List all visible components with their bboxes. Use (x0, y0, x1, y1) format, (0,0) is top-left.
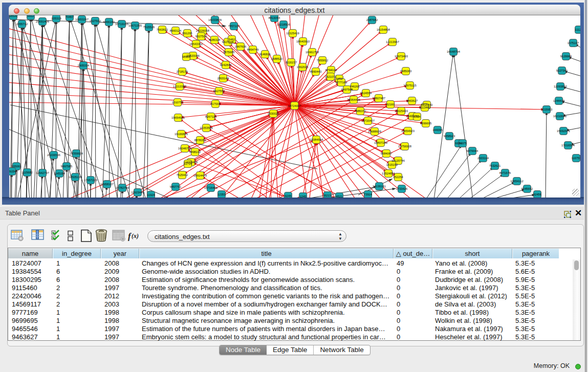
svg-text:16210643: 16210643 (553, 115, 567, 118)
svg-text:9777169: 9777169 (336, 81, 347, 84)
svg-text:8660124: 8660124 (170, 29, 182, 32)
svg-text:8878352: 8878352 (194, 139, 206, 142)
svg-text:16543362: 16543362 (189, 42, 203, 46)
svg-text:9245652: 9245652 (521, 187, 533, 190)
svg-text:3624554: 3624554 (360, 92, 372, 95)
svg-text:70467: 70467 (66, 15, 74, 18)
svg-text:3215953: 3215953 (541, 108, 553, 111)
svg-text:2055712: 2055712 (16, 23, 28, 26)
svg-text:9912: 9912 (28, 15, 34, 17)
svg-text:7857224: 7857224 (228, 25, 240, 28)
svg-text:1530025: 1530025 (268, 112, 279, 115)
svg-text:(x): (x) (132, 232, 139, 239)
svg-text:98965: 98965 (182, 55, 190, 58)
svg-text:18807249: 18807249 (374, 141, 387, 144)
svg-text:8471676: 8471676 (499, 171, 511, 174)
svg-text:817004: 817004 (210, 102, 221, 105)
svg-text:19654923: 19654923 (401, 129, 415, 133)
svg-text:10025433: 10025433 (395, 110, 408, 113)
svg-text:23226058: 23226058 (196, 29, 209, 32)
svg-text:1588520: 1588520 (271, 57, 283, 60)
svg-text:9245: 9245 (285, 194, 292, 198)
svg-text:18640910: 18640910 (296, 40, 310, 43)
svg-text:9463627: 9463627 (406, 99, 418, 102)
svg-text:116753: 116753 (572, 157, 580, 160)
svg-text:1115682: 1115682 (21, 171, 33, 174)
svg-text:8990443: 8990443 (310, 70, 322, 73)
svg-text:6794028: 6794028 (325, 69, 337, 72)
svg-text:1562615: 1562615 (297, 65, 309, 69)
svg-text:6466160: 6466160 (103, 20, 115, 24)
svg-text:15692971: 15692971 (557, 129, 570, 133)
svg-text:7515526: 7515526 (143, 26, 155, 29)
svg-text:7663822: 7663822 (157, 28, 168, 31)
svg-text:20364436: 20364436 (347, 98, 360, 101)
svg-text:6497568: 6497568 (341, 88, 353, 91)
svg-text:9146821: 9146821 (259, 53, 271, 56)
svg-text:144095: 144095 (432, 128, 442, 132)
svg-text:17957223: 17957223 (84, 179, 97, 182)
svg-text:16782759: 16782759 (116, 186, 129, 189)
svg-text:73914: 73914 (364, 193, 373, 196)
svg-text:8427552: 8427552 (213, 90, 225, 93)
svg-text:9684067: 9684067 (381, 152, 393, 155)
svg-text:1527602: 1527602 (90, 19, 101, 23)
svg-text:17359924: 17359924 (70, 152, 83, 155)
svg-text:7955812: 7955812 (317, 59, 329, 62)
svg-text:14136141: 14136141 (373, 185, 386, 188)
svg-text:20691406: 20691406 (36, 20, 49, 23)
svg-text:1145194: 1145194 (54, 172, 66, 175)
svg-text:9113460: 9113460 (419, 106, 430, 109)
svg-text:62160: 62160 (386, 103, 395, 106)
svg-text:10654112: 10654112 (510, 180, 523, 183)
svg-text:9129966: 9129966 (560, 55, 572, 58)
svg-text:16961758: 16961758 (306, 51, 319, 54)
svg-text:12505135: 12505135 (69, 176, 82, 179)
svg-text:7986372: 7986372 (355, 110, 366, 113)
svg-text:12353: 12353 (217, 193, 226, 196)
svg-text:18724007: 18724007 (288, 104, 301, 107)
svg-text:5462: 5462 (229, 38, 235, 41)
svg-text:9452: 9452 (336, 77, 343, 80)
svg-text:12213967: 12213967 (386, 40, 399, 43)
svg-text:1615152: 1615152 (386, 163, 398, 166)
svg-text:15720407: 15720407 (361, 119, 375, 122)
svg-text:19166825: 19166825 (175, 133, 188, 136)
svg-text:92456: 92456 (533, 193, 541, 196)
svg-text:39154: 39154 (9, 170, 16, 173)
svg-text:10688609: 10688609 (368, 130, 381, 133)
svg-text:1575107: 1575107 (568, 41, 579, 45)
svg-text:16046755: 16046755 (178, 147, 191, 150)
svg-text:11924: 11924 (147, 193, 155, 196)
svg-text:9227341: 9227341 (556, 69, 568, 72)
svg-text:10973493: 10973493 (395, 55, 408, 58)
svg-text:3875685: 3875685 (223, 51, 235, 54)
svg-text:9474444: 9474444 (467, 149, 478, 152)
svg-text:10653267: 10653267 (75, 18, 89, 21)
svg-text:205319: 205319 (51, 17, 61, 20)
svg-text:12213389: 12213389 (173, 85, 186, 88)
svg-text:9997585: 9997585 (61, 165, 73, 168)
svg-text:891295: 891295 (182, 32, 192, 35)
svg-text:20206536: 20206536 (47, 154, 60, 157)
svg-text:8186328: 8186328 (209, 38, 221, 41)
svg-text:19756928: 19756928 (398, 145, 411, 148)
svg-text:4521: 4521 (336, 195, 343, 198)
svg-text:17016504: 17016504 (561, 144, 575, 147)
svg-text:8267110: 8267110 (205, 115, 216, 118)
svg-text:5498222: 5498222 (189, 150, 201, 154)
svg-text:19218506: 19218506 (277, 23, 290, 26)
svg-text:1244419: 1244419 (553, 99, 565, 102)
svg-text:9699695: 9699695 (420, 122, 432, 125)
svg-text:1010755: 1010755 (172, 101, 184, 104)
svg-text:18530: 18530 (9, 15, 17, 17)
svg-text:12734: 12734 (184, 162, 192, 165)
svg-text:19654925: 19654925 (171, 116, 185, 119)
svg-text:11353594: 11353594 (200, 126, 213, 129)
svg-text:15716485: 15716485 (204, 186, 217, 189)
svg-text:2803144: 2803144 (217, 77, 229, 80)
svg-text:8213: 8213 (324, 194, 331, 197)
svg-text:6414: 6414 (414, 115, 421, 118)
svg-text:7632621: 7632621 (489, 164, 501, 167)
svg-text:11923446: 11923446 (131, 191, 144, 194)
